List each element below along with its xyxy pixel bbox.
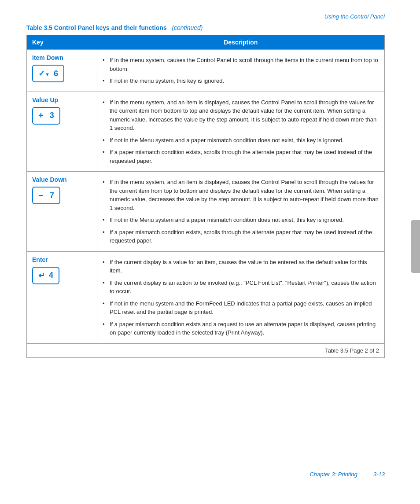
table-title-main: Control Panel keys and their functions [54,24,167,31]
key-num: 7 [45,191,54,200]
minus-icon: − [38,191,44,201]
key-cell-0: Item Down✓▼ 6 [27,50,97,92]
col-header-desc: Description [97,35,385,50]
desc-item: If not in the Menu system and a paper mi… [103,214,379,226]
page-header: Using the Control Panel [0,0,420,24]
key-button-0: ✓▼ 6 [32,65,64,82]
desc-cell-3: If the current display is a value for an… [97,251,385,343]
desc-cell-0: If in the menu system, causes the Contro… [97,50,385,92]
key-button-2: − 7 [32,187,60,204]
desc-cell-2: If in the menu system, and an item is di… [97,172,385,252]
desc-item: If not in the menu system, this key is i… [103,75,379,87]
table-row: Value Down− 7If in the menu system, and … [27,172,385,252]
table-footer-cell: Table 3.5 Page 2 of 2 [27,343,385,357]
table-title-number: Table 3.5 [26,24,52,31]
key-button-1: + 3 [32,107,60,125]
table-row: Value Up+ 3If in the menu system, and an… [27,92,385,172]
key-name-3: Enter [32,256,92,263]
desc-cell-1: If in the menu system, and an item is di… [97,92,385,172]
table-row: Enter↵ 4If the current display is a valu… [27,251,385,343]
desc-item: If the current display is a value for an… [103,256,379,277]
desc-list-2: If in the menu system, and an item is di… [103,176,379,247]
key-button-3: ↵ 4 [32,267,59,284]
key-cell-2: Value Down− 7 [27,172,97,252]
desc-item: If in the menu system, causes the Contro… [103,54,379,75]
desc-item: If the current display is an action to b… [103,277,379,298]
tab-decoration [411,220,420,273]
key-num: 3 [45,111,54,120]
enter-icon: ↵ [38,271,45,280]
checkdown-icon: ✓▼ [38,69,50,78]
desc-list-1: If in the menu system, and an item is di… [103,96,379,167]
desc-list-0: If in the menu system, causes the Contro… [103,54,379,87]
plus-icon: + [38,110,44,121]
key-name-0: Item Down [32,54,92,61]
header-text: Using the Control Panel [324,13,385,20]
desc-list-3: If the current display is a value for an… [103,256,379,339]
desc-item: If in the menu system, and an item is di… [103,176,379,214]
footer-page: 3-13 [373,471,385,478]
key-num: 4 [47,271,53,280]
desc-item: If not in the Menu system and a paper mi… [103,134,379,147]
key-cell-1: Value Up+ 3 [27,92,97,172]
desc-item: If in the menu system, and an item is di… [103,96,379,134]
desc-item: If not in the menu system and the FormFe… [103,298,379,318]
key-cell-3: Enter↵ 4 [27,251,97,343]
desc-item: If a paper mismatch condition exists, sc… [103,226,379,247]
table-footer-row: Table 3.5 Page 2 of 2 [27,343,385,357]
desc-item: If a paper mismatch condition exists, sc… [103,146,379,167]
col-header-key: Key [27,35,97,50]
table-row: Item Down✓▼ 6If in the menu system, caus… [27,50,385,92]
page-footer: Chapter 3: Printing 3-13 [309,471,385,478]
key-name-2: Value Down [32,176,92,183]
main-table: Key Description Item Down✓▼ 6If in the m… [26,35,385,358]
desc-item: If a paper mismatch condition exists and… [103,318,379,339]
key-num: 6 [52,69,58,78]
key-name-1: Value Up [32,96,92,103]
table-title-continued: (continued) [172,24,203,31]
footer-chapter: Chapter 3: Printing [309,471,357,478]
content-area: Table 3.5 Control Panel keys and their f… [0,24,420,358]
table-title: Table 3.5 Control Panel keys and their f… [26,24,385,31]
